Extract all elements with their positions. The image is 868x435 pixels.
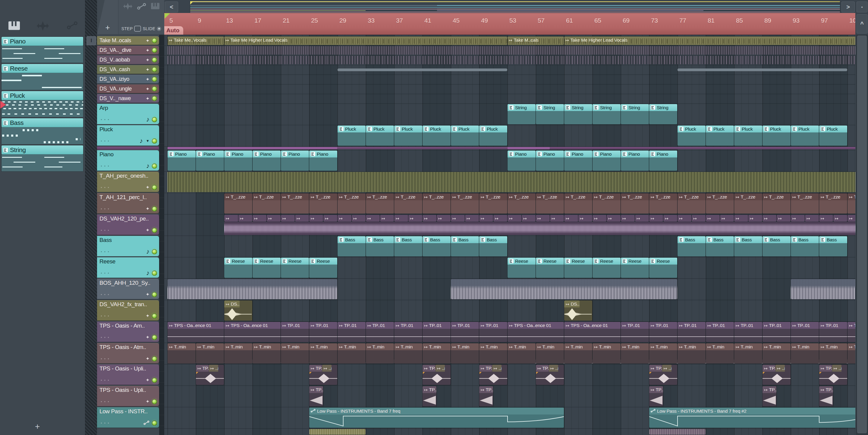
clip-aud-tp-01[interactable]: ↦TP..01 bbox=[309, 322, 337, 342]
clip-aud-t-min[interactable]: ↦T..min bbox=[451, 343, 479, 364]
auto-zoom-tab[interactable]: Auto bbox=[164, 26, 183, 35]
picker-collapse-button[interactable]: I bbox=[87, 36, 96, 45]
clip-cell[interactable]: ↦ bbox=[578, 215, 592, 222]
track-header-tps-oasis-atm[interactable]: TPS - Oasis - Atm..▪ ▪ ▪✦ bbox=[97, 343, 159, 364]
clip-aud-t-min[interactable]: ↦T..min bbox=[763, 343, 790, 364]
pattern-card-bass[interactable]: Bass bbox=[1, 118, 83, 127]
clip-cell[interactable]: ↦ bbox=[692, 215, 706, 222]
clip-pat-piano[interactable]: Piano bbox=[536, 150, 564, 171]
clip-auto-low-pass-instruments-band-7-freq[interactable]: Low Pass - INSTRUMENTS - Band 7 freq bbox=[309, 408, 564, 428]
clip-cell[interactable]: ↦ bbox=[380, 215, 394, 222]
clip-aud-t-zze[interactable]: ↦T_..zze bbox=[309, 193, 337, 213]
clip-aud-t-min[interactable]: ↦T..min bbox=[224, 343, 252, 364]
playlist-lane-tps-oasis-am[interactable]: ↦TPS - Oa..ence 01↦TPS - Oa..ence 01↦TP.… bbox=[164, 322, 855, 343]
clip-aud-tp-01[interactable]: ↦TP..01 bbox=[706, 322, 734, 342]
clip-cell[interactable]: ↦ bbox=[564, 215, 578, 222]
playlist-lane-tps-oasis-atm[interactable]: ↦T..min↦T..min↦T..min↦T..min↦T..min↦T..m… bbox=[164, 343, 855, 365]
clip-aud-t-min[interactable]: ↦T..min bbox=[196, 343, 224, 364]
clip-pat-reese[interactable]: Reese bbox=[621, 258, 649, 278]
clip-aud-t-zze[interactable]: ↦T_..zze bbox=[423, 193, 451, 213]
track-header-ds-va-dive[interactable]: DS_VA.._dive✦ bbox=[97, 46, 159, 55]
clip-aud-t-zze[interactable]: ↦T_..zze bbox=[734, 193, 762, 213]
clip-aud-t-zze[interactable]: ↦T_..zze bbox=[621, 193, 649, 213]
clip-aud-tp-01[interactable]: ↦TP..01 bbox=[678, 322, 706, 342]
clip-wedge-tp-10[interactable]: ↦TP..10 bbox=[819, 386, 833, 406]
clip-aud-tp-01[interactable]: ↦TP..01 bbox=[281, 322, 309, 342]
pattern-preview-string[interactable] bbox=[1, 154, 83, 171]
clip-cell[interactable]: ↦ bbox=[763, 215, 776, 222]
clip-burst-ds-ele[interactable]: ↦DS..ele bbox=[564, 300, 592, 321]
clip-aud-t-min[interactable]: ↦T..min bbox=[423, 343, 451, 364]
playlist-lane-piano[interactable]: PianoPianoPianoPianoPianoPianoPianoPiano… bbox=[164, 150, 855, 172]
clip-pat-string[interactable]: String bbox=[649, 104, 677, 124]
audio-icon[interactable] bbox=[37, 21, 49, 31]
clip-pat-piano[interactable]: Piano bbox=[649, 150, 677, 171]
clip-pat-piano[interactable]: Piano bbox=[196, 150, 224, 171]
playlist-lane-bos-ahh-120-sy[interactable] bbox=[164, 279, 855, 300]
playlist-lane[interactable] bbox=[164, 147, 855, 150]
clip-cell[interactable]: ↦ bbox=[479, 215, 493, 222]
playlist-lane-t-ah-perc-onesh[interactable] bbox=[164, 172, 855, 193]
piano-icon[interactable] bbox=[151, 2, 159, 11]
playlist-lane-reese[interactable]: ReeseReeseReeseReeseReeseReeseReeseReese… bbox=[164, 257, 855, 279]
clip-aud-t-zze[interactable]: ↦T_..zze bbox=[224, 193, 252, 213]
clip-pat-bass[interactable]: Bass bbox=[338, 236, 366, 256]
mute-led[interactable] bbox=[152, 96, 157, 101]
playlist-lane[interactable] bbox=[164, 429, 855, 435]
clip-aud-t-zze[interactable]: ↦T_..zze bbox=[451, 193, 479, 213]
panel-divider[interactable] bbox=[85, 0, 97, 435]
clip-aud-t-min[interactable]: ↦T..min bbox=[621, 343, 649, 364]
clip-cell[interactable]: ↦ bbox=[635, 215, 649, 222]
clip-vox-take-me-higher-lead-vocals[interactable]: ↦Take Me Higher Lead Vocals bbox=[564, 36, 855, 45]
clip-aud-t-min[interactable]: ↦T..min bbox=[507, 343, 535, 364]
clip-pat-bass[interactable]: Bass bbox=[479, 236, 507, 256]
clip-pat-pluck[interactable]: Pluck bbox=[479, 125, 507, 146]
clip-aud-t-min[interactable]: ↦T..min bbox=[678, 343, 706, 364]
track-header-low-pass-instr[interactable]: Low Pass - INSTR..▪ ▪ ▪ bbox=[97, 407, 159, 428]
clip-aud-t-min[interactable]: ↦T..min bbox=[394, 343, 422, 364]
clip-pat-reese[interactable]: Reese bbox=[649, 258, 677, 278]
clip-aud-t-zze[interactable]: ↦T_..zze bbox=[507, 193, 535, 213]
clip-pair-tp-07[interactable]: ↦TP..07↦..r 03 bbox=[819, 365, 847, 385]
clip-cell[interactable]: ↦ bbox=[550, 215, 564, 222]
playlist-lane-ds-va-ungle[interactable] bbox=[164, 84, 855, 94]
mute-led[interactable] bbox=[152, 139, 157, 144]
track-header-tps-oasis-am[interactable]: TPS - Oasis - Am..▪ ▪ ▪✦ bbox=[97, 322, 159, 342]
audio-icon[interactable] bbox=[123, 2, 132, 11]
mute-led[interactable] bbox=[152, 77, 157, 82]
mute-led[interactable] bbox=[152, 228, 157, 233]
clip-aud-t-zze[interactable]: ↦T_..zze bbox=[819, 193, 847, 213]
clip-pat-bass[interactable]: Bass bbox=[791, 236, 819, 256]
mute-led[interactable] bbox=[152, 335, 157, 340]
clip-pat-string[interactable]: String bbox=[621, 104, 649, 124]
clip-aud-tp-01[interactable]: ↦TP..01 bbox=[734, 322, 762, 342]
arrangement-minimap[interactable] bbox=[190, 1, 840, 13]
clip-cell[interactable]: ↦ bbox=[224, 215, 238, 222]
mute-led[interactable] bbox=[152, 164, 157, 169]
clip-aud-t-zze[interactable]: ↦T_..zze bbox=[564, 193, 592, 213]
clip-pat-reese[interactable]: Reese bbox=[507, 258, 535, 278]
clip-aud-t-min[interactable]: ↦T..min bbox=[281, 343, 309, 364]
clip-pair-tp-07[interactable]: ↦TP..07↦..r 03 bbox=[649, 365, 677, 385]
track-header-take-m-ocals[interactable]: Take M..ocals✦ bbox=[97, 36, 159, 45]
clip-cell[interactable]: ↦ bbox=[649, 215, 663, 222]
clip-pat-reese[interactable]: Reese bbox=[536, 258, 564, 278]
clip-pair-tp-07[interactable]: ↦TP..07↦..r 03 bbox=[196, 365, 224, 385]
clip-aud-t-zze[interactable]: ↦T_..zze bbox=[649, 193, 677, 213]
playlist-lane-ds-va-cash[interactable] bbox=[164, 65, 855, 75]
clip-aud-t-min[interactable]: ↦T..min bbox=[819, 343, 847, 364]
track-header-tps-oasis-upli[interactable]: TPS - Oasis - Upli..▪ ▪ ▪✦ bbox=[97, 386, 159, 406]
mute-led[interactable] bbox=[152, 313, 157, 319]
clip-pat-piano[interactable]: Piano bbox=[564, 150, 592, 171]
clip-pat-piano[interactable]: Piano bbox=[253, 150, 281, 171]
mute-led[interactable] bbox=[152, 378, 157, 383]
clip-cell[interactable]: ↦ bbox=[805, 215, 819, 222]
clip-aud-tp-01[interactable]: ↦TP..01 bbox=[847, 322, 855, 342]
clip-pat-reese[interactable]: Reese bbox=[224, 258, 252, 278]
clip-pair-tp-07[interactable]: ↦TP..07↦..r 03 bbox=[479, 365, 507, 385]
clip-wedge-tp-10[interactable]: ↦TP..10 bbox=[423, 386, 436, 406]
clip-aud-t-min[interactable]: ↦T..min bbox=[253, 343, 281, 364]
clip-pair-tp-07[interactable]: ↦TP..07↦..r 03 bbox=[763, 365, 790, 385]
track-header-piano[interactable]: Piano▪ ▪ ▪♪ bbox=[97, 150, 159, 171]
clip-cell[interactable]: ↦ bbox=[267, 215, 281, 222]
